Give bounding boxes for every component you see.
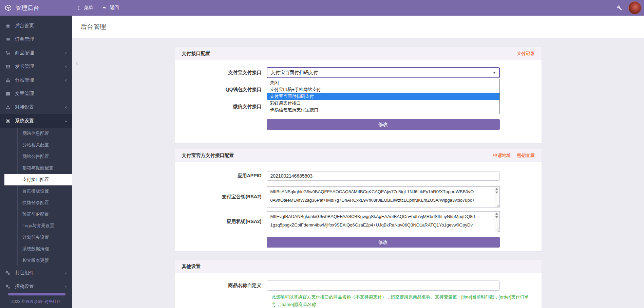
card-header: 支付接口配置 支付记录 xyxy=(175,47,542,60)
dropdown-option[interactable]: 支付宝电脑+手机网站支付 xyxy=(267,86,499,93)
wechat-gateway-label: 微信支付接口 xyxy=(175,104,267,110)
app-private-key-label: 应用私钥(RSA2) xyxy=(175,219,267,225)
wrench-icon[interactable] xyxy=(617,5,622,11)
sidebar-item-integration[interactable]: 对接设置 xyxy=(0,101,72,114)
sidebar-subitem-home-template[interactable]: 首页模板设置 xyxy=(0,185,72,197)
sidebar-item-other-components[interactable]: 其它组件 xyxy=(0,266,72,280)
sidebar-subitem-label: 计划任务设置 xyxy=(22,234,49,240)
list-icon xyxy=(5,37,11,42)
card-header: 其他设置 xyxy=(175,260,542,273)
sidebar-subitem-site-info[interactable]: 网站信息配置 xyxy=(0,128,72,139)
chevron-left-icon xyxy=(64,106,68,109)
secret-view-link[interactable]: 密钥查看 xyxy=(517,152,535,159)
alipay-public-key-textarea[interactable]: MIIBIjANBgkqhkiG9w0BAQEFAAOCAQ8AMIIBCgKC… xyxy=(267,186,500,207)
app-private-key-textarea[interactable]: MIIEvgIBADANBgkqhkiG9w0BAQEFAASCBKgwggSk… xyxy=(267,211,500,232)
submit-button[interactable]: 修改 xyxy=(267,237,500,248)
dropdown-option[interactable]: 支付宝当面付扫码支付 xyxy=(267,93,499,100)
sidebar-item-label: 发卡管理 xyxy=(15,64,34,70)
sidebar-subitem-label: 系统数据清理 xyxy=(22,246,49,252)
dropdown-option[interactable]: 彩虹易支付接口 xyxy=(267,100,499,107)
gears-icon xyxy=(5,284,11,289)
brand: 管理后台 xyxy=(0,4,72,12)
sidebar-subitem-site-notice[interactable]: 网站公告配置 xyxy=(0,151,72,162)
ellipsis-vertical-icon xyxy=(76,5,81,11)
alipay-official-card: 支付宝官方支付接口配置 申请地址 密钥查看 应用APPID 支付宝公钥(RSA2… xyxy=(175,149,542,251)
card-title: 其他设置 xyxy=(182,264,201,270)
home-icon xyxy=(5,23,11,29)
sidebar-subitem-label: 网站信息配置 xyxy=(22,130,49,137)
product-name-input[interactable] xyxy=(267,280,500,291)
product-name-help-text: 此选项可以替换官方支付接口的商品名称（不支持易支付），留空使用原商品名称。支持变… xyxy=(272,293,530,308)
alipay-gateway-label: 支付宝支付接口 xyxy=(175,70,267,76)
sidebar-item-substation[interactable]: 分站管理 xyxy=(0,73,72,87)
main-area: 后台管理 支付接口配置 支付记录 支付宝支付接口 支付宝当面付扫码支付 xyxy=(72,16,644,308)
user-avatar[interactable] xyxy=(628,1,641,14)
sidebar-subitem-substation-config[interactable]: 分站相关配置 xyxy=(0,139,72,151)
sidebar-subitem-label: 验证与IP配置 xyxy=(22,211,49,217)
product-name-label: 商品名称自定义 xyxy=(175,283,267,289)
sidebar-item-home[interactable]: 后台首页 xyxy=(0,19,72,33)
sidebar-item-label: 订单管理 xyxy=(15,36,34,42)
sidebar-item-submission[interactable]: 投稿设置 xyxy=(0,280,72,293)
top-right-tools xyxy=(617,1,644,14)
apply-address-link[interactable]: 申请地址 xyxy=(493,152,511,159)
sidebar-item-system[interactable]: 系统设置 xyxy=(0,114,72,128)
selected-option-text: 支付宝当面付扫码支付 xyxy=(271,70,318,76)
payment-interface-card: 支付接口配置 支付记录 支付宝支付接口 支付宝当面付扫码支付 关闭支付宝电脑+手… xyxy=(175,47,542,143)
sidebar-item-label: 对接设置 xyxy=(15,104,34,110)
alipay-public-key-label: 支付宝公钥(RSA2) xyxy=(175,194,267,200)
scroll-down-icon[interactable] xyxy=(495,216,498,218)
dropdown-option[interactable]: 关闭 xyxy=(267,79,499,86)
sidebar-item-card-issue[interactable]: 发卡管理 xyxy=(0,60,72,73)
sidebar-subitem-data-clean[interactable]: 系统数据清理 xyxy=(0,243,72,255)
back-button[interactable]: 返回 xyxy=(102,5,119,11)
sidebar-item-articles[interactable]: 文章管理 xyxy=(0,87,72,101)
card-body: 支付宝支付接口 支付宝当面付扫码支付 关闭支付宝电脑+手机网站支付支付宝当面付扫… xyxy=(175,60,542,143)
page-header: 后台管理 xyxy=(72,16,644,38)
top-bar: 管理后台 菜单 返回 xyxy=(0,0,644,16)
sidebar-subitem-label: Logo与背景设置 xyxy=(22,223,54,229)
scroll-up-icon[interactable] xyxy=(495,213,498,215)
top-menu: 菜单 返回 xyxy=(76,5,119,11)
scroll-up-icon[interactable] xyxy=(495,188,498,190)
sidebar-subitem-label: 快捷登录配置 xyxy=(22,200,49,206)
sidebar-subitem-label: 支付接口配置 xyxy=(22,177,49,183)
sidebar-subitem-cron-task[interactable]: 计划任务设置 xyxy=(0,232,72,243)
sidebar-subitem-label: 检查版本更新 xyxy=(22,257,49,264)
menu-button[interactable]: 菜单 xyxy=(76,5,93,11)
qq-gateway-label: QQ钱包支付接口 xyxy=(175,87,267,93)
sidebar-subitem-quick-login[interactable]: 快捷登录配置 xyxy=(0,197,72,209)
sidebar-subitem-version-check[interactable]: 检查版本更新 xyxy=(0,255,72,266)
card-body: 应用APPID 支付宝公钥(RSA2) MIIBIjANBgkqhkiG9w0B… xyxy=(175,162,542,251)
card-header: 支付宝官方支付接口配置 申请地址 密钥查看 xyxy=(175,149,542,162)
brand-title: 管理后台 xyxy=(16,4,39,12)
copyright: 2023 © 嘎嘎亲测--时光社区 xyxy=(0,299,72,305)
sitemap-icon xyxy=(5,78,11,83)
sidebar-footer: 2023 © 嘎嘎亲测--时光社区 xyxy=(0,293,72,308)
sidebar-collapse-icon[interactable] xyxy=(74,61,80,66)
payment-records-link[interactable]: 支付记录 xyxy=(517,51,535,57)
sidebar-nav: 后台首页订单管理商品管理发卡管理分站管理文章管理对接设置系统设置网站信息配置分站… xyxy=(0,16,72,293)
sidebar-subitem-verify-ip[interactable]: 验证与IP配置 xyxy=(0,209,72,220)
scroll-down-icon[interactable] xyxy=(495,192,498,194)
dropdown-option[interactable]: 卡易信笔笔清支付宝接口 xyxy=(267,107,499,113)
back-arrow-icon xyxy=(102,5,107,11)
sidebar-subitem-label: 分站相关配置 xyxy=(22,142,49,148)
alipay-gateway-dropdown: 关闭支付宝电脑+手机网站支付支付宝当面付扫码支付彩虹易支付接口卡易信笔笔清支付宝… xyxy=(267,79,500,114)
sidebar-subitem-logo-background[interactable]: Logo与背景设置 xyxy=(0,220,72,232)
submit-button[interactable]: 修改 xyxy=(267,119,500,130)
sidebar-item-goods[interactable]: 商品管理 xyxy=(0,46,72,60)
sidebar-subitem-payment-interface[interactable]: 支付接口配置 xyxy=(4,174,72,185)
cubes-icon xyxy=(5,105,11,110)
cube-logo-icon xyxy=(5,4,12,12)
sidebar-item-label: 其它组件 xyxy=(15,270,34,276)
sidebar-item-orders[interactable]: 订单管理 xyxy=(0,33,72,46)
select-caret-icon xyxy=(493,72,496,74)
sidebar-subitem-mail-remind[interactable]: 邮箱与提醒配置 xyxy=(0,162,72,174)
card-title: 支付接口配置 xyxy=(182,51,210,57)
chevron-left-icon xyxy=(64,285,68,289)
alipay-gateway-select[interactable]: 支付宝当面付扫码支付 xyxy=(267,67,500,78)
gear-icon xyxy=(5,119,11,124)
appid-input[interactable] xyxy=(267,171,500,181)
community-link[interactable]: 嘎嘎亲测--时光社区 xyxy=(26,299,61,304)
